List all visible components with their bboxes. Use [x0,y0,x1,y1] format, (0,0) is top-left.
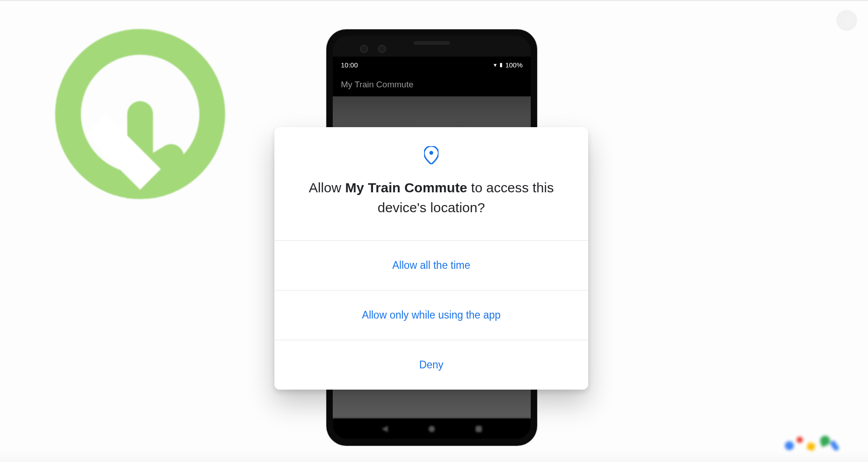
location-icon [300,146,563,164]
deny-button[interactable]: Deny [274,340,588,390]
permission-dialog: Allow My Train Commute to access this de… [274,127,588,390]
shape-icon [797,437,803,443]
option-label: Allow all the time [392,259,471,271]
phone-speaker [414,41,450,45]
dialog-header: Allow My Train Commute to access this de… [274,127,588,240]
option-label: Deny [419,359,443,371]
allow-while-using-button[interactable]: Allow only while using the app [274,290,588,340]
allow-all-the-time-button[interactable]: Allow all the time [274,240,588,290]
dialog-title: Allow My Train Commute to access this de… [300,178,563,218]
status-time: 10:00 [341,61,358,69]
dialog-app-name: My Train Commute [345,180,467,195]
phone-camera-icon [378,45,386,53]
battery-percent: 100% [505,61,523,69]
bottom-fade [0,450,868,462]
stage: 10:00 ▾ ▮ 100% My Train Commute [0,0,868,462]
status-bar: 10:00 ▾ ▮ 100% [333,57,531,73]
app-title: My Train Commute [341,80,413,90]
nav-back-icon[interactable] [382,426,388,432]
phone-camera-icon [360,45,368,53]
nav-bar [333,419,531,439]
battery-icon: ▮ [500,62,503,68]
nav-recents-icon[interactable] [476,426,482,432]
app-bar: My Train Commute [333,73,531,96]
shape-icon [819,434,831,447]
android-q-logo [54,28,226,200]
wifi-icon: ▾ [494,62,497,68]
svg-point-1 [429,151,434,155]
status-right: ▾ ▮ 100% [494,61,523,69]
option-label: Allow only while using the app [362,309,501,321]
watermark-circle [836,10,857,31]
shape-icon [785,441,794,450]
nav-home-icon[interactable] [429,426,435,432]
dialog-prefix: Allow [309,180,345,195]
